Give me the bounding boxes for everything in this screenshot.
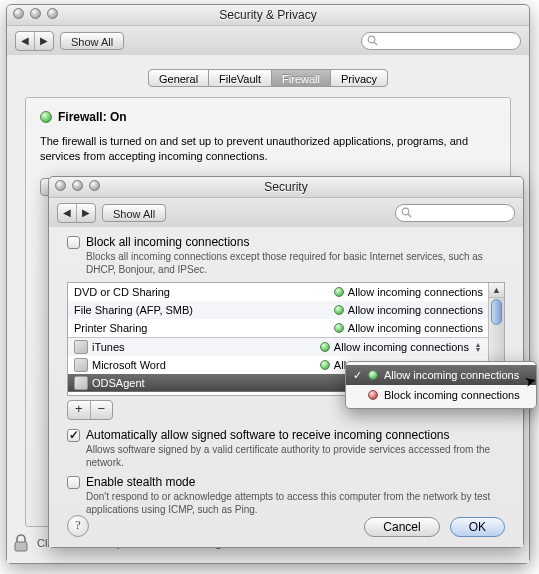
toolbar: ◀ ▶ Show All xyxy=(7,26,529,56)
table-row[interactable]: iTunes Allow incoming connections ▴▾ xyxy=(68,338,489,356)
row-status-popup[interactable]: Allow incoming connections xyxy=(334,304,483,316)
lock-icon[interactable] xyxy=(13,533,29,553)
status-on-icon xyxy=(40,111,52,123)
window-title: Security & Privacy xyxy=(7,5,529,25)
app-icon xyxy=(74,358,88,372)
search-input[interactable] xyxy=(395,204,515,222)
allow-dot-icon xyxy=(334,323,344,333)
row-status-label: Allow incoming connections xyxy=(348,322,483,334)
tab-firewall[interactable]: Firewall xyxy=(271,69,331,87)
block-dot-icon xyxy=(368,390,378,400)
row-status-label: Allow incoming connections xyxy=(348,304,483,316)
svg-point-3 xyxy=(402,208,409,215)
row-status-popup[interactable]: Allow incoming connections ▴▾ xyxy=(320,341,483,353)
scroll-thumb[interactable] xyxy=(491,299,502,325)
forward-button[interactable]: ▶ xyxy=(34,32,53,50)
table-row[interactable]: DVD or CD Sharing Allow incoming connect… xyxy=(68,283,489,301)
show-all-button[interactable]: Show All xyxy=(60,32,124,50)
search-field-wrap xyxy=(395,204,515,222)
allow-dot-icon xyxy=(320,342,330,352)
ok-button[interactable]: OK xyxy=(450,517,505,537)
row-name: iTunes xyxy=(92,341,125,353)
toolbar: ◀ ▶ Show All xyxy=(49,198,523,228)
search-icon xyxy=(367,35,378,46)
nav-group: ◀ ▶ xyxy=(57,203,96,223)
auto-allow-label: Automatically allow signed software to r… xyxy=(86,428,450,442)
checkmark-icon: ✓ xyxy=(352,369,362,382)
cancel-button[interactable]: Cancel xyxy=(364,517,439,537)
firewall-options-window: Security ◀ ▶ Show All Block all incoming… xyxy=(48,176,524,548)
menu-item-allow[interactable]: ✓ Allow incoming connections xyxy=(346,365,536,385)
firewall-description: The firewall is turned on and set up to … xyxy=(40,134,496,164)
allow-dot-icon xyxy=(320,360,330,370)
block-all-desc: Blocks all incoming connections except t… xyxy=(86,251,505,276)
remove-app-button[interactable]: − xyxy=(90,401,113,419)
svg-point-0 xyxy=(368,36,375,43)
app-icon xyxy=(74,340,88,354)
row-status-popup[interactable]: Allow incoming connections xyxy=(334,286,483,298)
row-status-popup[interactable]: Allow incoming connections xyxy=(334,322,483,334)
allow-dot-icon xyxy=(334,287,344,297)
nav-group: ◀ ▶ xyxy=(15,31,54,51)
dialog-buttons: Cancel OK xyxy=(364,517,505,537)
row-name: ODSAgent xyxy=(92,377,145,389)
row-name: File Sharing (AFP, SMB) xyxy=(74,304,193,316)
auto-allow-checkbox[interactable] xyxy=(67,429,80,442)
row-status-label: Allow incoming connections xyxy=(334,341,469,353)
menu-item-label: Block incoming connections xyxy=(384,389,520,401)
titlebar[interactable]: Security & Privacy xyxy=(7,5,529,26)
svg-line-4 xyxy=(408,214,411,217)
auto-allow-row: Automatically allow signed software to r… xyxy=(67,428,505,442)
back-button[interactable]: ◀ xyxy=(58,204,76,222)
menu-item-label: Allow incoming connections xyxy=(384,369,519,381)
stealth-desc: Don't respond to or acknowledge attempts… xyxy=(86,491,505,516)
stealth-checkbox[interactable] xyxy=(67,476,80,489)
window-title: Security xyxy=(49,177,523,197)
show-all-button[interactable]: Show All xyxy=(102,204,166,222)
auto-allow-desc: Allows software signed by a valid certif… xyxy=(86,444,505,469)
firewall-status-label: Firewall: On xyxy=(58,110,127,124)
titlebar[interactable]: Security xyxy=(49,177,523,198)
block-all-row: Block all incoming connections xyxy=(67,235,505,249)
svg-line-1 xyxy=(374,42,377,45)
allow-dot-icon xyxy=(368,370,378,380)
stealth-label: Enable stealth mode xyxy=(86,475,195,489)
add-remove-group: + − xyxy=(67,400,113,420)
stealth-row: Enable stealth mode xyxy=(67,475,505,489)
svg-rect-2 xyxy=(15,542,27,551)
firewall-status-row: Firewall: On xyxy=(40,110,496,124)
search-icon xyxy=(401,207,412,218)
tab-general[interactable]: General xyxy=(148,69,209,87)
table-row[interactable]: Printer Sharing Allow incoming connectio… xyxy=(68,319,489,337)
tab-filevault[interactable]: FileVault xyxy=(208,69,272,87)
row-status-label: Allow incoming connections xyxy=(348,286,483,298)
menu-item-block[interactable]: Block incoming connections xyxy=(346,385,536,405)
row-name: DVD or CD Sharing xyxy=(74,286,170,298)
add-app-button[interactable]: + xyxy=(68,401,90,419)
help-button[interactable]: ? xyxy=(67,515,89,537)
block-all-label: Block all incoming connections xyxy=(86,235,249,249)
tab-privacy[interactable]: Privacy xyxy=(330,69,388,87)
app-icon xyxy=(74,376,88,390)
allow-dot-icon xyxy=(334,305,344,315)
row-name: Printer Sharing xyxy=(74,322,147,334)
row-name: Microsoft Word xyxy=(92,359,166,371)
connection-policy-menu[interactable]: ✓ Allow incoming connections Block incom… xyxy=(345,361,537,409)
forward-button[interactable]: ▶ xyxy=(76,204,95,222)
scroll-up-button[interactable]: ▲ xyxy=(489,283,504,298)
search-input[interactable] xyxy=(361,32,521,50)
table-row[interactable]: File Sharing (AFP, SMB) Allow incoming c… xyxy=(68,301,489,319)
block-all-checkbox[interactable] xyxy=(67,236,80,249)
search-field-wrap xyxy=(361,32,521,50)
back-button[interactable]: ◀ xyxy=(16,32,34,50)
tab-bar: General FileVault Firewall Privacy xyxy=(7,69,529,87)
popup-arrows-icon: ▴▾ xyxy=(473,342,483,352)
